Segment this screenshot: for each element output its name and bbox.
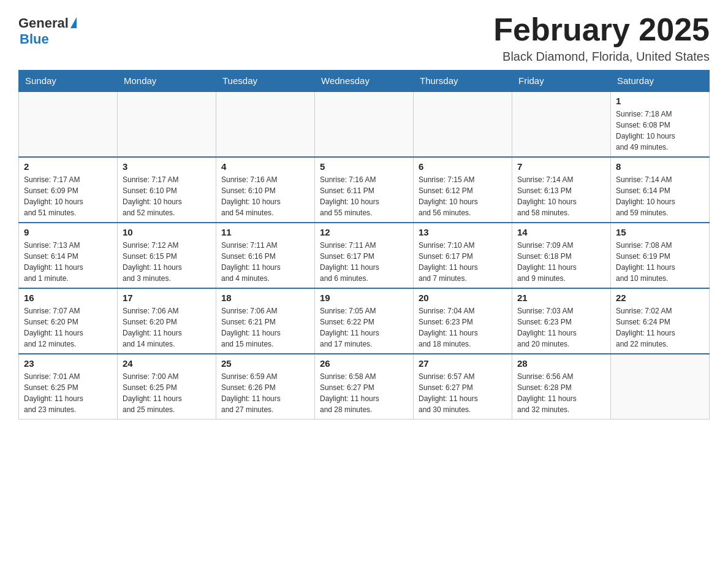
day-number: 21	[517, 293, 605, 303]
day-info: Sunrise: 7:16 AMSunset: 6:11 PMDaylight:…	[320, 174, 408, 218]
day-number: 11	[221, 227, 309, 237]
day-info: Sunrise: 6:57 AMSunset: 6:27 PMDaylight:…	[419, 371, 507, 415]
day-number: 17	[123, 293, 211, 303]
day-info: Sunrise: 7:08 AMSunset: 6:19 PMDaylight:…	[616, 240, 704, 284]
day-number: 15	[616, 227, 704, 237]
calendar-cell: 2Sunrise: 7:17 AMSunset: 6:09 PMDaylight…	[19, 157, 118, 223]
day-info: Sunrise: 7:17 AMSunset: 6:09 PMDaylight:…	[24, 174, 112, 218]
calendar-cell: 9Sunrise: 7:13 AMSunset: 6:14 PMDaylight…	[19, 223, 118, 288]
calendar-week-row: 16Sunrise: 7:07 AMSunset: 6:20 PMDayligh…	[19, 288, 710, 354]
calendar-cell	[315, 91, 414, 157]
calendar-day-header: Saturday	[611, 71, 710, 92]
location-subtitle: Black Diamond, Florida, United States	[493, 50, 710, 64]
calendar-cell	[216, 91, 315, 157]
calendar-day-header: Friday	[512, 71, 611, 92]
day-info: Sunrise: 7:02 AMSunset: 6:24 PMDaylight:…	[616, 305, 704, 350]
calendar-week-row: 23Sunrise: 7:01 AMSunset: 6:25 PMDayligh…	[19, 354, 710, 419]
calendar-day-header: Thursday	[414, 71, 512, 92]
day-info: Sunrise: 7:01 AMSunset: 6:25 PMDaylight:…	[24, 371, 112, 415]
calendar-day-header: Tuesday	[216, 71, 315, 92]
calendar-cell: 10Sunrise: 7:12 AMSunset: 6:15 PMDayligh…	[118, 223, 216, 288]
logo-blue-text: Blue	[20, 31, 49, 47]
calendar-cell	[118, 91, 216, 157]
calendar-cell: 7Sunrise: 7:14 AMSunset: 6:13 PMDaylight…	[512, 157, 611, 223]
calendar-cell: 6Sunrise: 7:15 AMSunset: 6:12 PMDaylight…	[414, 157, 512, 223]
day-number: 25	[221, 358, 309, 369]
day-number: 18	[221, 293, 309, 303]
month-title: February 2025	[493, 12, 710, 47]
day-number: 23	[24, 358, 112, 369]
day-number: 16	[24, 293, 112, 303]
calendar-cell: 25Sunrise: 6:59 AMSunset: 6:26 PMDayligh…	[216, 354, 315, 419]
day-number: 8	[616, 161, 704, 172]
calendar-cell: 5Sunrise: 7:16 AMSunset: 6:11 PMDaylight…	[315, 157, 414, 223]
day-number: 26	[320, 358, 408, 369]
calendar-cell: 16Sunrise: 7:07 AMSunset: 6:20 PMDayligh…	[19, 288, 118, 354]
day-number: 6	[419, 161, 507, 172]
day-number: 22	[616, 293, 704, 303]
day-info: Sunrise: 6:59 AMSunset: 6:26 PMDaylight:…	[221, 371, 309, 415]
calendar-cell: 22Sunrise: 7:02 AMSunset: 6:24 PMDayligh…	[611, 288, 710, 354]
day-info: Sunrise: 7:00 AMSunset: 6:25 PMDaylight:…	[123, 371, 211, 415]
day-info: Sunrise: 7:10 AMSunset: 6:17 PMDaylight:…	[419, 240, 507, 284]
day-info: Sunrise: 7:17 AMSunset: 6:10 PMDaylight:…	[123, 174, 211, 218]
day-number: 13	[419, 227, 507, 237]
calendar-cell: 18Sunrise: 7:06 AMSunset: 6:21 PMDayligh…	[216, 288, 315, 354]
day-number: 28	[517, 358, 605, 369]
day-number: 12	[320, 227, 408, 237]
calendar-cell: 14Sunrise: 7:09 AMSunset: 6:18 PMDayligh…	[512, 223, 611, 288]
day-info: Sunrise: 7:06 AMSunset: 6:20 PMDaylight:…	[123, 305, 211, 350]
logo-triangle-icon	[70, 17, 77, 28]
day-number: 20	[419, 293, 507, 303]
calendar-header-row: SundayMondayTuesdayWednesdayThursdayFrid…	[19, 71, 710, 92]
day-number: 10	[123, 227, 211, 237]
day-info: Sunrise: 7:15 AMSunset: 6:12 PMDaylight:…	[419, 174, 507, 218]
calendar-day-header: Wednesday	[315, 71, 414, 92]
calendar-cell: 1Sunrise: 7:18 AMSunset: 6:08 PMDaylight…	[611, 91, 710, 157]
calendar-cell: 3Sunrise: 7:17 AMSunset: 6:10 PMDaylight…	[118, 157, 216, 223]
day-info: Sunrise: 6:58 AMSunset: 6:27 PMDaylight:…	[320, 371, 408, 415]
calendar-cell: 20Sunrise: 7:04 AMSunset: 6:23 PMDayligh…	[414, 288, 512, 354]
calendar-week-row: 2Sunrise: 7:17 AMSunset: 6:09 PMDaylight…	[19, 157, 710, 223]
calendar-cell: 27Sunrise: 6:57 AMSunset: 6:27 PMDayligh…	[414, 354, 512, 419]
logo-general-text: General	[18, 15, 69, 31]
calendar-cell: 17Sunrise: 7:06 AMSunset: 6:20 PMDayligh…	[118, 288, 216, 354]
calendar-cell: 4Sunrise: 7:16 AMSunset: 6:10 PMDaylight…	[216, 157, 315, 223]
calendar-day-header: Monday	[118, 71, 216, 92]
day-info: Sunrise: 7:11 AMSunset: 6:17 PMDaylight:…	[320, 240, 408, 284]
day-info: Sunrise: 7:11 AMSunset: 6:16 PMDaylight:…	[221, 240, 309, 284]
day-info: Sunrise: 7:13 AMSunset: 6:14 PMDaylight:…	[24, 240, 112, 284]
day-number: 3	[123, 161, 211, 172]
day-info: Sunrise: 7:18 AMSunset: 6:08 PMDaylight:…	[616, 109, 704, 153]
day-info: Sunrise: 7:09 AMSunset: 6:18 PMDaylight:…	[517, 240, 605, 284]
day-info: Sunrise: 7:06 AMSunset: 6:21 PMDaylight:…	[221, 305, 309, 350]
day-number: 5	[320, 161, 408, 172]
calendar-cell: 26Sunrise: 6:58 AMSunset: 6:27 PMDayligh…	[315, 354, 414, 419]
calendar-table: SundayMondayTuesdayWednesdayThursdayFrid…	[18, 70, 710, 419]
calendar-cell: 23Sunrise: 7:01 AMSunset: 6:25 PMDayligh…	[19, 354, 118, 419]
calendar-cell: 28Sunrise: 6:56 AMSunset: 6:28 PMDayligh…	[512, 354, 611, 419]
day-number: 27	[419, 358, 507, 369]
calendar-cell: 8Sunrise: 7:14 AMSunset: 6:14 PMDaylight…	[611, 157, 710, 223]
day-info: Sunrise: 7:14 AMSunset: 6:13 PMDaylight:…	[517, 174, 605, 218]
day-number: 1	[616, 96, 704, 106]
calendar-cell: 12Sunrise: 7:11 AMSunset: 6:17 PMDayligh…	[315, 223, 414, 288]
day-info: Sunrise: 7:05 AMSunset: 6:22 PMDaylight:…	[320, 305, 408, 350]
day-info: Sunrise: 6:56 AMSunset: 6:28 PMDaylight:…	[517, 371, 605, 415]
calendar-cell	[19, 91, 118, 157]
calendar-day-header: Sunday	[19, 71, 118, 92]
calendar-week-row: 1Sunrise: 7:18 AMSunset: 6:08 PMDaylight…	[19, 91, 710, 157]
day-info: Sunrise: 7:16 AMSunset: 6:10 PMDaylight:…	[221, 174, 309, 218]
page-header: General Blue February 2025 Black Diamond…	[18, 12, 710, 64]
calendar-cell	[512, 91, 611, 157]
day-number: 7	[517, 161, 605, 172]
calendar-cell: 19Sunrise: 7:05 AMSunset: 6:22 PMDayligh…	[315, 288, 414, 354]
day-info: Sunrise: 7:07 AMSunset: 6:20 PMDaylight:…	[24, 305, 112, 350]
calendar-cell: 15Sunrise: 7:08 AMSunset: 6:19 PMDayligh…	[611, 223, 710, 288]
day-number: 14	[517, 227, 605, 237]
calendar-cell: 11Sunrise: 7:11 AMSunset: 6:16 PMDayligh…	[216, 223, 315, 288]
calendar-cell	[611, 354, 710, 419]
day-info: Sunrise: 7:04 AMSunset: 6:23 PMDaylight:…	[419, 305, 507, 350]
calendar-cell: 13Sunrise: 7:10 AMSunset: 6:17 PMDayligh…	[414, 223, 512, 288]
day-info: Sunrise: 7:12 AMSunset: 6:15 PMDaylight:…	[123, 240, 211, 284]
